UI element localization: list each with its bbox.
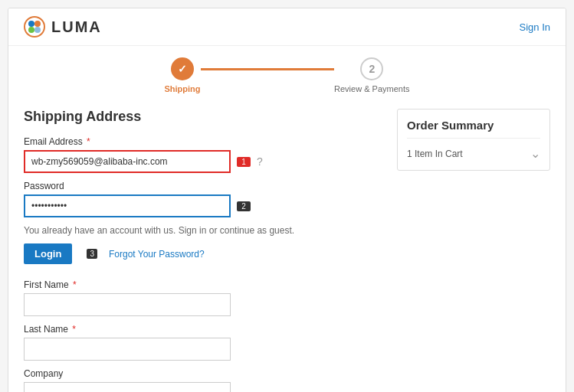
main-content: Shipping Address Email Address * 1 ? Pas…	[8, 97, 566, 392]
step-1-circle: ✓	[171, 57, 194, 80]
order-summary-section: Order Summary 1 Item In Cart ⌄	[397, 109, 550, 392]
svg-point-2	[34, 21, 41, 27]
help-icon[interactable]: ?	[257, 155, 263, 168]
password-label: Password	[24, 181, 382, 191]
step-1-node: ✓ Shipping	[165, 57, 201, 93]
password-badge: 2	[237, 201, 251, 211]
last-name-group: Last Name *	[24, 324, 382, 361]
company-group: Company	[24, 368, 382, 392]
email-required: *	[84, 136, 90, 147]
password-input-wrapper: 2	[24, 194, 382, 217]
sign-in-link[interactable]: Sign In	[520, 21, 550, 33]
password-group: Password 2	[24, 181, 382, 217]
first-name-label: First Name *	[24, 279, 382, 290]
email-label: Email Address *	[24, 136, 382, 147]
order-summary-box: Order Summary 1 Item In Cart ⌄	[397, 109, 550, 171]
first-name-group: First Name *	[24, 279, 382, 316]
svg-point-4	[34, 27, 41, 33]
progress-section: ✓ Shipping 2 Review & Payments	[8, 46, 566, 97]
password-input[interactable]	[24, 194, 231, 217]
svg-point-3	[28, 27, 34, 33]
svg-point-1	[28, 21, 34, 27]
login-badge: 3	[87, 249, 97, 259]
logo-text: LUMA	[51, 18, 102, 36]
outer-wrapper: LUMA Sign In ✓ Shipping 2	[0, 0, 574, 392]
email-group: Email Address * 1 ?	[24, 136, 382, 173]
step-2-label: Review & Payments	[334, 84, 409, 93]
luma-logo-icon	[24, 16, 45, 38]
step-2-number: 2	[369, 63, 375, 75]
email-input[interactable]	[24, 150, 231, 173]
first-name-input[interactable]	[24, 293, 231, 316]
shipping-title: Shipping Address	[24, 109, 382, 125]
svg-point-0	[25, 17, 44, 37]
email-input-wrapper: 1 ?	[24, 150, 382, 173]
company-label: Company	[24, 368, 382, 379]
step-connector	[201, 68, 335, 70]
order-summary-title: Order Summary	[407, 119, 540, 139]
chevron-down-icon[interactable]: ⌄	[530, 146, 540, 161]
step-2-circle: 2	[360, 57, 383, 80]
step-2-node: 2 Review & Payments	[334, 57, 409, 93]
step-1-label: Shipping	[165, 84, 201, 93]
last-name-label: Last Name *	[24, 324, 382, 335]
shipping-form: Shipping Address Email Address * 1 ? Pas…	[24, 109, 382, 392]
site-header: LUMA Sign In	[8, 8, 566, 46]
company-input[interactable]	[24, 382, 231, 392]
order-item-count: 1 Item In Cart	[407, 149, 463, 159]
login-row: Login 3 Forgot Your Password?	[24, 243, 382, 264]
forgot-password-link[interactable]: Forgot Your Password?	[109, 249, 205, 260]
checkmark-icon: ✓	[178, 63, 187, 75]
account-message: You already have an account with us. Sig…	[24, 225, 382, 236]
login-button[interactable]: Login	[24, 243, 72, 264]
browser-frame: LUMA Sign In ✓ Shipping 2	[8, 8, 566, 392]
email-badge: 1	[237, 157, 251, 167]
order-item-row: 1 Item In Cart ⌄	[407, 146, 540, 161]
logo-area: LUMA	[24, 16, 102, 38]
last-name-input[interactable]	[24, 338, 231, 361]
